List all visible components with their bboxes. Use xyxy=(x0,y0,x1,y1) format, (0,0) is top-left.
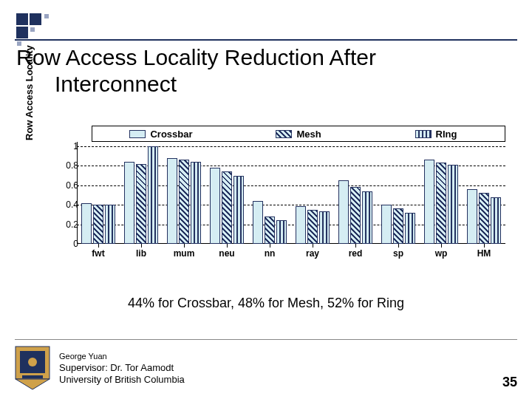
x-tick-mark xyxy=(141,244,142,248)
x-tick-mark xyxy=(98,244,99,248)
bar-mesh xyxy=(136,164,146,244)
x-tick-label: mum xyxy=(164,248,204,259)
svg-point-2 xyxy=(28,358,37,366)
x-tick-label: lib xyxy=(121,248,161,259)
bar-groups xyxy=(77,146,505,244)
bar-ring xyxy=(191,162,201,244)
y-tick-label: 0.6 xyxy=(66,180,78,191)
legend-item-mesh: Mesh xyxy=(230,129,367,140)
bar-crossbar xyxy=(424,160,434,244)
title-rule xyxy=(15,39,517,41)
x-tick-mark xyxy=(227,244,228,248)
legend: Crossbar Mesh RIng xyxy=(92,126,505,142)
x-tick-label: HM xyxy=(464,248,504,259)
swatch-ring-icon xyxy=(415,130,432,138)
bar-crossbar xyxy=(296,206,306,244)
footer: George Yuan Supervisor: Dr. Tor Aamodt U… xyxy=(15,346,517,390)
x-tick-mark xyxy=(484,244,485,248)
y-tick-label: 0.4 xyxy=(66,200,78,210)
x-tick-mark xyxy=(184,244,185,248)
x-tick-mark xyxy=(355,244,356,248)
legend-label: RIng xyxy=(436,129,457,140)
x-tick-label: sp xyxy=(378,248,418,259)
bar-ring xyxy=(448,165,458,244)
bar-ring xyxy=(276,220,287,244)
x-tick-mark xyxy=(398,244,399,248)
legend-item-crossbar: Crossbar xyxy=(92,129,230,140)
x-tick-mark xyxy=(441,244,442,248)
bar-crossbar xyxy=(381,205,392,244)
bar-ring xyxy=(362,191,372,244)
footer-text: George Yuan Supervisor: Dr. Tor Aamodt U… xyxy=(59,350,185,386)
bar-crossbar xyxy=(167,158,177,244)
x-tick-mark xyxy=(270,244,270,248)
bar-mesh xyxy=(222,171,232,244)
bar-crossbar xyxy=(467,189,477,244)
x-tick-label: nn xyxy=(250,248,290,259)
bar-crossbar xyxy=(338,180,349,244)
title-line-1: Row Access Locality Reduction After xyxy=(16,45,376,69)
plot-area xyxy=(77,146,505,244)
legend-item-ring: RIng xyxy=(367,129,505,140)
bar-ring xyxy=(105,205,115,244)
page-title: Row Access Locality Reduction After Inte… xyxy=(16,44,376,98)
y-tick-label: 0 xyxy=(73,239,78,249)
bar-mesh xyxy=(307,210,318,244)
bar-mesh xyxy=(479,193,489,244)
x-tick-label: red xyxy=(335,248,375,259)
chart: Row Access Locality Crossbar Mesh RIng 0… xyxy=(33,126,511,282)
legend-label: Mesh xyxy=(296,129,321,140)
footer-author: George Yuan xyxy=(59,350,185,362)
bar-ring xyxy=(491,197,501,244)
bar-ring xyxy=(233,176,244,244)
bar-mesh xyxy=(436,163,446,244)
ubc-logo-icon xyxy=(15,346,50,390)
x-tick-mark xyxy=(313,244,313,248)
swatch-mesh-icon xyxy=(276,130,292,138)
y-tick-label: 0.8 xyxy=(66,160,78,171)
y-axis-label: Row Access Locality xyxy=(24,45,35,140)
x-tick-label: ray xyxy=(293,248,332,259)
bar-ring xyxy=(148,146,158,244)
bar-mesh xyxy=(179,160,189,244)
bar-mesh xyxy=(350,187,361,244)
bar-mesh xyxy=(93,205,103,244)
x-tick-label: fwt xyxy=(78,248,118,259)
title-line-2: Interconnect xyxy=(55,71,376,98)
chart-caption: 44% for Crossbar, 48% for Mesh, 52% for … xyxy=(0,296,532,311)
page-number: 35 xyxy=(502,375,517,390)
footer-supervisor: Supervisor: Dr. Tor Aamodt xyxy=(59,362,185,374)
footer-university: University of British Columbia xyxy=(59,374,185,386)
bar-crossbar xyxy=(210,168,220,244)
bar-crossbar xyxy=(124,162,134,244)
bar-ring xyxy=(319,211,330,244)
bar-crossbar xyxy=(253,201,263,244)
legend-label: Crossbar xyxy=(150,129,192,140)
swatch-crossbar-icon xyxy=(129,130,146,138)
x-tick-label: neu xyxy=(207,248,247,259)
footer-rule xyxy=(15,339,517,340)
svg-rect-3 xyxy=(22,375,43,378)
y-tick-label: 1 xyxy=(73,141,78,151)
bar-mesh xyxy=(393,208,403,244)
bar-crossbar xyxy=(81,203,92,244)
bar-mesh xyxy=(265,216,275,244)
bar-ring xyxy=(405,213,415,244)
y-tick-label: 0.2 xyxy=(66,219,78,230)
x-tick-label: wp xyxy=(421,248,461,259)
